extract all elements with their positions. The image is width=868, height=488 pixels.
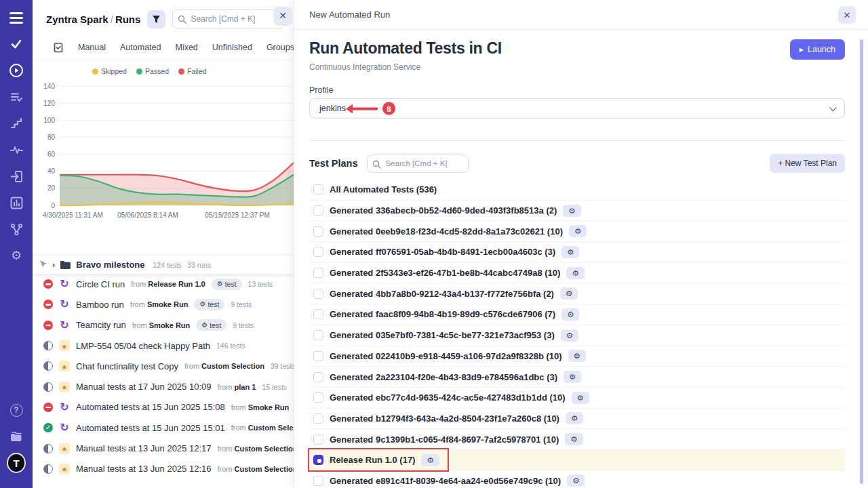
steps-icon[interactable] (8, 115, 24, 131)
plan-settings-button[interactable]: ⚙ (566, 412, 583, 424)
run-name[interactable]: Automated tests at 15 Jun 2025 15:01 (76, 423, 225, 433)
plan-checkbox[interactable] (313, 226, 323, 237)
run-row[interactable]: Automated tests at 15 Jun 2025 15:08 fro… (33, 397, 294, 418)
test-plan-row[interactable]: Generated 4bb7a8b0-9212-43a4-b137-f772fe… (309, 283, 845, 304)
test-plans-search-input[interactable] (367, 155, 469, 173)
run-row[interactable]: LMP-554 05/04 check Happy Path from ⚙ ⚙ … (33, 336, 294, 356)
import-icon[interactable] (8, 168, 24, 184)
plan-checkbox[interactable] (313, 434, 323, 445)
runs-search-input[interactable] (172, 9, 285, 28)
plan-settings-button[interactable]: ⚙ (561, 329, 578, 342)
run-row[interactable]: Manual tests at 17 Jun 2025 10:09 from p… (33, 376, 294, 396)
pulse-icon[interactable] (8, 142, 24, 158)
clipboard-check-icon[interactable] (53, 42, 64, 53)
plan-settings-button[interactable]: ⚙ (561, 246, 579, 258)
folder-name[interactable]: Bravo milestone (76, 260, 144, 270)
test-plan-row[interactable]: Generated 9c1399b1-c065-4f84-8697-7af2c5… (309, 429, 845, 450)
runs-tab[interactable]: Mixed (175, 43, 197, 52)
plan-settings-button[interactable]: ⚙ (561, 308, 579, 321)
runs-tab[interactable]: Groups (267, 43, 294, 52)
test-plan-row[interactable]: All Automated Tests (536) ⚙ (309, 180, 845, 201)
test-plan-row[interactable]: Generated 0eeb9e18-f23d-4cd5-82dd-8a1a73… (309, 221, 845, 242)
test-plan-row[interactable]: Generated 022410b9-e918-4459-a106-97d2a9… (309, 346, 845, 367)
plan-checkbox[interactable] (313, 330, 323, 340)
breadcrumb-project[interactable]: Zyntra Spark (46, 14, 108, 25)
plan-settings-button[interactable]: ⚙ (565, 433, 583, 445)
run-name[interactable]: Bamboo run (76, 300, 124, 310)
plan-settings-button[interactable]: ⚙ (564, 371, 581, 383)
plan-checkbox[interactable] (313, 455, 323, 465)
plan-checkbox[interactable] (313, 268, 323, 278)
plan-checkbox[interactable] (313, 205, 323, 216)
app-logo[interactable]: T (8, 455, 24, 471)
plan-checkbox[interactable] (313, 372, 323, 382)
breadcrumb-page: Runs (115, 14, 141, 25)
test-plan-row[interactable]: Release Run 1.0 (17) ⚙ (309, 450, 845, 471)
plan-settings-button[interactable]: ⚙ (568, 350, 586, 362)
menu-icon[interactable] (8, 9, 24, 26)
run-row[interactable]: Teamcity run from Smoke Run ⚙ test ⚙ 9 t… (33, 315, 294, 336)
run-row[interactable]: Bamboo run from Smoke Run ⚙ test ⚙ 9 tes… (33, 294, 294, 314)
plan-settings-button[interactable]: ⚙ (569, 225, 587, 237)
runs-tab[interactable]: Unfinished (212, 43, 252, 52)
run-name[interactable]: Chat functinality test Copy (76, 361, 178, 371)
run-row[interactable]: Circle CI run from Release Run 1.0 ⚙ tes… (33, 274, 294, 294)
plan-checkbox[interactable] (313, 247, 323, 257)
plan-checkbox[interactable] (313, 392, 323, 403)
plan-settings-button[interactable]: ⚙ (567, 474, 585, 487)
filter-button[interactable] (147, 10, 165, 28)
plan-settings-button[interactable]: ⚙ (566, 267, 584, 279)
tests-check-icon[interactable] (8, 36, 24, 52)
test-plan-row[interactable]: Generated ff076591-05ab-4b4b-8491-1ecb00… (309, 242, 845, 263)
analytics-bar-chart-icon[interactable] (8, 195, 24, 211)
test-plans-list-icon[interactable] (8, 89, 24, 105)
test-plan-row[interactable]: Generated 336abecb-0b52-4d60-9ded-493f3f… (309, 201, 845, 222)
plan-checkbox[interactable] (313, 309, 323, 319)
runs-tab[interactable]: Manual (78, 43, 106, 52)
plan-settings-button[interactable]: ⚙ (572, 392, 589, 404)
run-row[interactable]: Automated tests at 15 Jun 2025 15:01 fro… (33, 418, 294, 438)
runs-tab[interactable]: Automated (120, 43, 161, 52)
plan-checkbox[interactable] (313, 184, 323, 195)
test-plan-row[interactable]: Generated faac8f09-94b8-4b19-89d9-c576cd… (309, 304, 845, 325)
run-row[interactable]: Manual tests at 13 Jun 2025 12:16 from C… (33, 459, 294, 479)
run-test-badge[interactable]: ⚙ test (194, 299, 224, 310)
run-name[interactable]: Manual tests at 13 Jun 2025 12:17 (76, 443, 211, 453)
milestone-folder-row[interactable]: › Bravo milestone 124 tests 33 runs (33, 256, 294, 274)
chevron-right-icon[interactable]: › (52, 260, 55, 270)
help-icon[interactable]: ? (8, 402, 24, 418)
test-plan-row[interactable]: Generated b12794f3-643a-4a2d-8504-23f1e7… (309, 409, 845, 430)
test-plan-row[interactable]: Generated ebc77c4d-9635-424c-ac5e-427483… (309, 388, 845, 409)
projects-folders-icon[interactable] (8, 428, 24, 445)
test-plan-row[interactable]: Generated e891c41f-8039-4e64-aa24-e0d56e… (309, 471, 845, 488)
plan-settings-button[interactable]: ⚙ (560, 287, 578, 300)
modal-close-button[interactable]: ✕ (838, 6, 856, 24)
plan-settings-button[interactable]: ⚙ (563, 205, 580, 217)
test-plan-row[interactable]: Generated 2a223104-f20e-4b43-83d9-e78459… (309, 367, 845, 388)
test-plan-row[interactable]: Generated 035e7bf0-7381-4c5c-be77-321e73… (309, 325, 845, 346)
plan-checkbox[interactable] (313, 476, 323, 486)
test-plan-row[interactable]: Generated 2f5343e3-ef26-47b1-be8b-44cabc… (309, 263, 845, 284)
plan-settings-button[interactable]: ⚙ (421, 454, 439, 466)
plan-checkbox[interactable] (313, 289, 323, 299)
run-name[interactable]: Manual tests at 13 Jun 2025 12:16 (76, 464, 211, 474)
run-name[interactable]: Automated tests at 15 Jun 2025 15:08 (76, 402, 225, 412)
profile-select[interactable]: jenkins 8 (309, 98, 845, 119)
branch-icon[interactable] (8, 221, 24, 237)
run-row[interactable]: Chat functinality test Copy from Custom … (33, 356, 294, 376)
run-name[interactable]: Circle CI run (76, 279, 125, 289)
run-test-badge[interactable]: ⚙ test (196, 319, 226, 331)
plan-checkbox[interactable] (313, 351, 323, 361)
plan-checkbox[interactable] (313, 413, 323, 424)
panel-close-button[interactable]: ✕ (274, 7, 292, 24)
run-name[interactable]: Teamcity run (76, 320, 126, 330)
vertical-scrollbar[interactable] (860, 39, 863, 484)
run-test-badge[interactable]: ⚙ test (212, 279, 242, 290)
run-row[interactable]: Manual tests at 13 Jun 2025 12:17 from C… (33, 438, 294, 458)
run-name[interactable]: LMP-554 05/04 check Happy Path (76, 341, 210, 351)
settings-gear-icon[interactable]: ⚙ (8, 247, 24, 264)
run-name[interactable]: Manual tests at 17 Jun 2025 10:09 (76, 382, 211, 392)
runs-play-icon[interactable] (8, 62, 24, 79)
new-test-plan-button[interactable]: + New Test Plan (770, 154, 845, 173)
launch-button[interactable]: ▶ Launch (790, 39, 845, 60)
